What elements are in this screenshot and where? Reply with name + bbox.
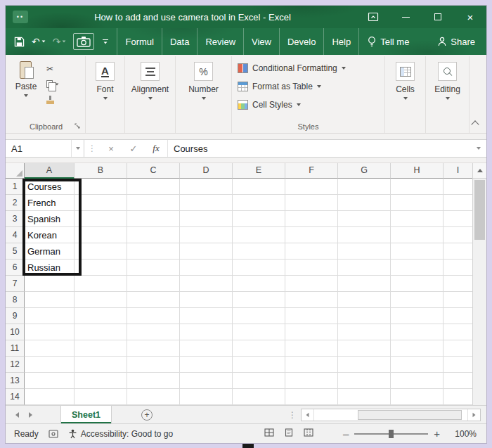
cell-D8[interactable] [180, 292, 233, 308]
horizontal-scrollbar[interactable] [301, 409, 481, 421]
cell-G14[interactable] [338, 389, 391, 405]
cell-F13[interactable] [285, 373, 338, 389]
cell-C10[interactable] [127, 324, 180, 340]
horizontal-scrollbar-track[interactable] [314, 409, 467, 421]
cell-I8[interactable] [444, 292, 472, 308]
enter-icon[interactable]: ✓ [122, 143, 145, 154]
format-painter-button[interactable] [46, 94, 59, 105]
cell-H3[interactable] [391, 211, 444, 227]
cell-D14[interactable] [180, 389, 233, 405]
cell-E12[interactable] [233, 357, 285, 373]
cell-A10[interactable] [25, 324, 75, 340]
cell-E11[interactable] [233, 340, 285, 357]
page-break-view-button[interactable] [304, 428, 313, 439]
cell-D12[interactable] [180, 357, 233, 373]
previous-sheet-icon[interactable] [15, 412, 19, 418]
column-header-A[interactable]: A [25, 163, 75, 179]
cell-I12[interactable] [444, 357, 472, 373]
cell-B13[interactable] [75, 373, 127, 389]
vertical-scrollbar-track[interactable] [473, 179, 486, 405]
row-header-1[interactable]: 1 [6, 179, 25, 195]
dialog-launcher-icon[interactable] [75, 122, 81, 131]
ribbon-tab-develo[interactable]: Develo [280, 28, 324, 55]
cell-A12[interactable] [25, 357, 75, 373]
cell-E9[interactable] [233, 308, 285, 324]
cell-A4[interactable]: Korean [25, 227, 75, 243]
cell-G5[interactable] [338, 243, 391, 260]
share-button[interactable]: Share [438, 37, 486, 47]
sheet-tab-sheet1[interactable]: Sheet1 [60, 406, 112, 423]
cell-F7[interactable] [285, 276, 338, 292]
app-icon[interactable]: •• [13, 11, 28, 23]
cell-E1[interactable] [233, 179, 285, 195]
cell-B14[interactable] [75, 389, 127, 405]
cell-G3[interactable] [338, 211, 391, 227]
cell-H12[interactable] [391, 357, 444, 373]
row-header-7[interactable]: 7 [6, 276, 25, 292]
cell-G6[interactable] [338, 260, 391, 276]
cell-H4[interactable] [391, 227, 444, 243]
cell-G10[interactable] [338, 324, 391, 340]
styles-button-cell-styles[interactable]: Cell Styles [235, 96, 382, 114]
cell-C2[interactable] [127, 195, 180, 211]
cell-H8[interactable] [391, 292, 444, 308]
cell-F10[interactable] [285, 324, 338, 340]
cell-A14[interactable] [25, 389, 75, 405]
cell-D7[interactable] [180, 276, 233, 292]
cell-G12[interactable] [338, 357, 391, 373]
cell-E8[interactable] [233, 292, 285, 308]
cell-F1[interactable] [285, 179, 338, 195]
macro-record-icon[interactable] [48, 430, 58, 438]
close-button[interactable]: × [454, 6, 486, 28]
styles-button-conditional-formatting[interactable]: Conditional Formatting [235, 59, 382, 77]
cell-F9[interactable] [285, 308, 338, 324]
column-header-F[interactable]: F [285, 163, 338, 179]
cell-H5[interactable] [391, 243, 444, 260]
cell-D11[interactable] [180, 340, 233, 357]
cell-D1[interactable] [180, 179, 233, 195]
cell-A1[interactable]: Courses [25, 179, 75, 195]
formula-bar-expand[interactable] [471, 140, 486, 157]
cell-I5[interactable] [444, 243, 472, 260]
column-header-I[interactable]: I [444, 163, 472, 179]
cell-C4[interactable] [127, 227, 180, 243]
ribbon-tab-formul[interactable]: Formul [117, 28, 162, 55]
cell-H6[interactable] [391, 260, 444, 276]
cell-G7[interactable] [338, 276, 391, 292]
cell-E5[interactable] [233, 243, 285, 260]
cell-H2[interactable] [391, 195, 444, 211]
ribbon-tab-data[interactable]: Data [162, 28, 198, 55]
alignment-group-button[interactable]: Alignment [125, 56, 176, 133]
column-header-C[interactable]: C [127, 163, 180, 179]
zoom-slider[interactable] [354, 429, 428, 439]
cell-C7[interactable] [127, 276, 180, 292]
zoom-out-button[interactable]: – [337, 428, 354, 439]
zoom-in-button[interactable]: + [428, 428, 446, 439]
select-all-button[interactable] [6, 163, 25, 179]
cell-A6[interactable]: Russian [25, 260, 75, 276]
cell-E6[interactable] [233, 260, 285, 276]
cell-H10[interactable] [391, 324, 444, 340]
cell-F8[interactable] [285, 292, 338, 308]
insert-function-icon[interactable]: fx [145, 143, 167, 154]
customize-qat-button[interactable] [103, 39, 108, 44]
scroll-right-button[interactable] [467, 409, 480, 421]
cell-H14[interactable] [391, 389, 444, 405]
cell-D6[interactable] [180, 260, 233, 276]
cell-B11[interactable] [75, 340, 127, 357]
row-header-12[interactable]: 12 [6, 357, 25, 373]
cell-I10[interactable] [444, 324, 472, 340]
styles-button-format-as-table[interactable]: Format as Table [235, 77, 382, 96]
row-header-2[interactable]: 2 [6, 195, 25, 211]
ribbon-tab-help[interactable]: Help [324, 28, 359, 55]
cell-G4[interactable] [338, 227, 391, 243]
copy-button[interactable] [46, 78, 59, 90]
zoom-level[interactable]: 100% [446, 429, 477, 439]
row-header-14[interactable]: 14 [6, 389, 25, 405]
cell-I14[interactable] [444, 389, 472, 405]
next-sheet-icon[interactable] [29, 412, 32, 418]
cell-H9[interactable] [391, 308, 444, 324]
cell-I3[interactable] [444, 211, 472, 227]
formula-bar-grip[interactable]: ⋮ [84, 140, 100, 157]
collapse-ribbon-icon[interactable] [471, 120, 479, 128]
